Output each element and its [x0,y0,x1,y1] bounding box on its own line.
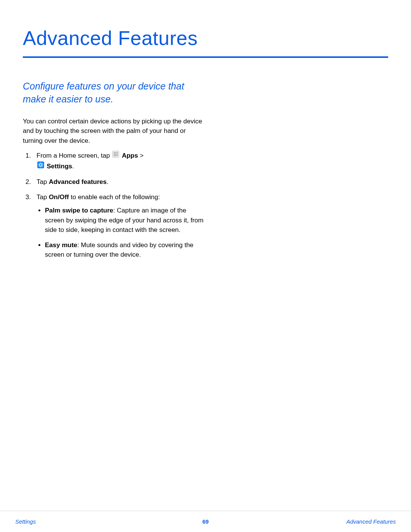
step-1-period: . [72,163,74,170]
svg-point-6 [117,154,118,155]
svg-point-7 [114,155,115,157]
body-column: You can control certain device actions b… [23,117,206,260]
svg-point-8 [115,155,116,157]
bullet-easy-mute: Easy mute: Mute sounds and video by cove… [45,240,206,260]
page-footer: Settings 69 Advanced Features [0,511,411,532]
page-subtitle: Configure features on your device that m… [23,80,198,106]
settings-icon [37,161,44,171]
svg-line-19 [42,163,42,163]
step-3: Tap On/Off to enable each of the followi… [33,192,206,260]
svg-point-3 [117,152,118,153]
title-rule [23,56,388,58]
step-1-text-prefix: From a Home screen, tap [37,152,112,159]
bullet-palm-swipe: Palm swipe to capture: Capture an image … [45,206,206,235]
step-1: From a Home screen, tap Apps > Settings. [33,151,206,172]
page-title: Advanced Features [23,27,388,50]
step-2-prefix: Tap [37,178,49,185]
step-2-bold: Advanced features [49,178,107,185]
step-3-prefix: Tap [37,193,49,201]
step-1-gt: > [138,152,144,159]
footer-left: Settings [15,518,36,525]
step-1-apps-label: Apps [122,152,138,159]
apps-icon [112,151,119,161]
step-3-suffix: to enable each of the following: [69,193,160,201]
bullet-2-bold: Easy mute [45,241,77,249]
svg-line-17 [42,166,42,166]
step-1-settings-label: Settings [47,163,72,170]
step-2-period: . [107,178,108,185]
svg-point-9 [117,155,118,157]
svg-point-4 [114,154,115,155]
svg-line-18 [39,166,39,166]
step-3-bold: On/Off [49,193,69,201]
bullets-list: Palm swipe to capture: Capture an image … [37,206,206,260]
svg-point-2 [115,152,116,153]
footer-page-number: 69 [202,518,209,525]
svg-line-16 [39,163,39,163]
bullet-1-bold: Palm swipe to capture [45,207,113,214]
svg-point-5 [115,154,116,155]
manual-page: Advanced Features Configure features on … [0,0,411,532]
intro-paragraph: You can control certain device actions b… [23,117,206,146]
footer-right: Advanced Features [346,518,396,525]
step-2: Tap Advanced features. [33,177,206,187]
svg-point-1 [114,152,115,153]
steps-list: From a Home screen, tap Apps > Settings.… [23,151,206,260]
